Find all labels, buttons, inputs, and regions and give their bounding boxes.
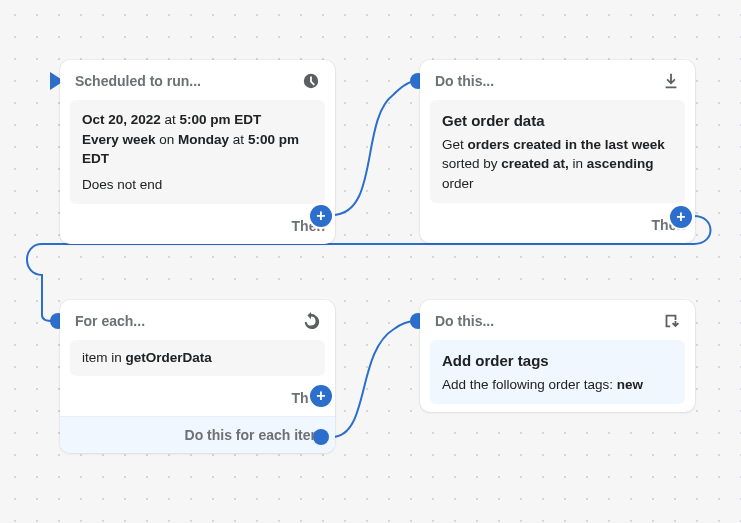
loop-header: For each... — [60, 300, 335, 340]
loop-header-label: For each... — [75, 313, 145, 329]
trigger-header: Scheduled to run... — [60, 60, 335, 100]
refresh-icon — [302, 312, 320, 330]
action-body: Add order tags Add the following order t… — [430, 340, 685, 404]
add-step-button[interactable]: + — [310, 205, 332, 227]
trigger-header-label: Scheduled to run... — [75, 73, 201, 89]
loop-footer: Do this for each item — [60, 416, 335, 453]
action-body: Get order data Get orders created in the… — [430, 100, 685, 203]
node-dot — [313, 429, 329, 445]
action-then: Then — [420, 211, 695, 243]
import-icon — [662, 312, 680, 330]
trigger-card[interactable]: Scheduled to run... Oct 20, 2022 at 5:00… — [60, 60, 335, 244]
action-header: Do this... — [420, 300, 695, 340]
action-header-label: Do this... — [435, 313, 494, 329]
loop-body: item in getOrderData — [70, 340, 325, 376]
trigger-then: Then — [60, 212, 335, 244]
loop-card[interactable]: For each... item in getOrderData Then Do… — [60, 300, 335, 453]
add-step-button[interactable]: + — [670, 206, 692, 228]
clock-icon — [302, 72, 320, 90]
action-header: Do this... — [420, 60, 695, 100]
action-header-label: Do this... — [435, 73, 494, 89]
trigger-body: Oct 20, 2022 at 5:00 pm EDT Every week o… — [70, 100, 325, 204]
loop-then: Then — [60, 384, 335, 416]
add-step-button[interactable]: + — [310, 385, 332, 407]
action-card-add-tags[interactable]: Do this... Add order tags Add the follow… — [420, 300, 695, 412]
action-card-get-order-data[interactable]: Do this... Get order data Get orders cre… — [420, 60, 695, 243]
download-icon — [662, 72, 680, 90]
